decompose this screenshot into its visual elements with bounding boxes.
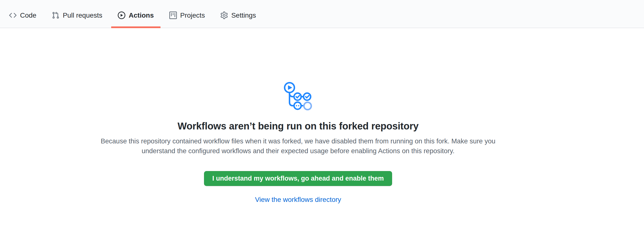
gear-icon: [220, 12, 228, 19]
actions-disabled-blankslate: Workflows aren’t being run on this forke…: [0, 28, 596, 203]
enable-workflows-button[interactable]: I understand my workflows, go ahead and …: [204, 171, 392, 186]
tab-projects[interactable]: Projects: [163, 0, 212, 28]
view-workflows-directory-link[interactable]: View the workflows directory: [255, 196, 341, 203]
tab-pull-requests[interactable]: Pull requests: [45, 0, 109, 28]
tab-label: Pull requests: [63, 12, 102, 19]
tab-code[interactable]: Code: [2, 0, 43, 28]
repo-tab-bar: Code Pull requests Actions Projects Sett…: [0, 0, 644, 28]
workflow-graph-icon: [284, 81, 312, 111]
tab-label: Projects: [180, 12, 205, 19]
tab-settings[interactable]: Settings: [214, 0, 263, 28]
tab-actions[interactable]: Actions: [111, 0, 160, 28]
tab-label: Actions: [129, 12, 154, 19]
tab-label: Settings: [231, 12, 256, 19]
blankslate-title: Workflows aren’t being run on this forke…: [0, 121, 596, 131]
project-board-icon: [169, 12, 177, 19]
play-circle-icon: [118, 12, 125, 19]
workflows-link-row: View the workflows directory: [0, 196, 596, 203]
git-pull-request-icon: [52, 12, 59, 19]
enable-button-row: I understand my workflows, go ahead and …: [0, 156, 596, 186]
code-icon: [9, 12, 16, 19]
tab-label: Code: [20, 12, 36, 19]
blankslate-description: Because this repository contained workfl…: [100, 136, 497, 156]
